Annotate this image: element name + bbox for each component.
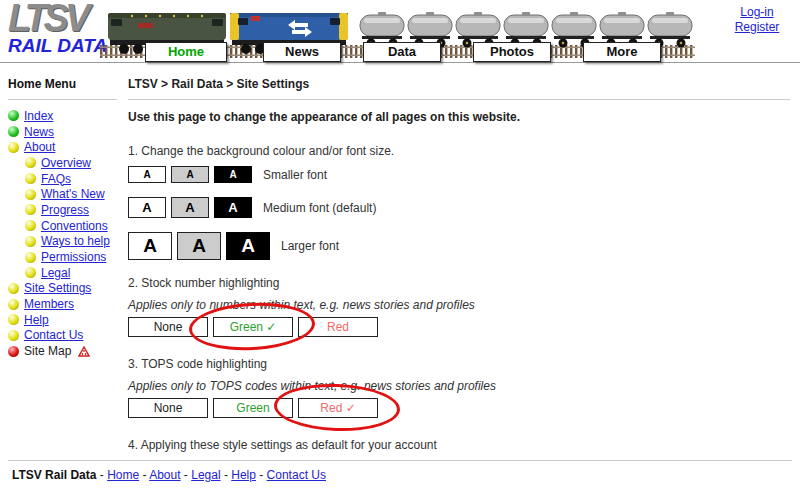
sidebar-item-conventions[interactable]: Conventions	[8, 218, 125, 234]
page-intro: Use this page to change the appearance o…	[128, 110, 790, 124]
sidebar-item-label[interactable]: About	[24, 140, 55, 154]
red-bullet-icon	[8, 346, 19, 357]
large-font-white-bg-button[interactable]: A	[128, 232, 172, 260]
yellow-bullet-icon	[8, 142, 19, 153]
small-font-label: Smaller font	[263, 168, 327, 182]
footer-link-contact-us[interactable]: Contact Us	[267, 468, 326, 482]
sidebar-title: Home Menu	[8, 71, 125, 93]
footer-separator: -	[96, 468, 107, 482]
font-size-row-small: A A A Smaller font	[128, 166, 790, 183]
tops-highlight-green-button[interactable]: Green	[213, 398, 293, 418]
sidebar-item-label[interactable]: Members	[24, 297, 74, 311]
stock-highlight-red-button[interactable]: Red	[298, 317, 378, 337]
section3-note: Applies only to TOPS codes within text, …	[128, 379, 790, 393]
sidebar: Home Menu Index News About Overview FAQs	[0, 63, 125, 359]
sidebar-item-faqs[interactable]: FAQs	[8, 171, 125, 187]
sidebar-item-label[interactable]: FAQs	[41, 172, 71, 186]
sidebar-item-whats-new[interactable]: What's New	[8, 186, 125, 202]
footer-link-about[interactable]: About	[149, 468, 180, 482]
sidebar-item-label[interactable]: Permissions	[41, 250, 106, 264]
sidebar-item-label[interactable]: Overview	[41, 156, 91, 170]
section1-heading: 1. Change the background colour and/or f…	[128, 144, 790, 158]
sidebar-item-ways-to-help[interactable]: Ways to help	[8, 234, 125, 250]
yellow-bullet-icon	[25, 236, 36, 247]
site-footer: LTSV Rail Data - Home - About - Legal - …	[0, 460, 800, 493]
tops-highlight-none-button[interactable]: None	[128, 398, 208, 418]
yellow-bullet-icon	[25, 252, 36, 263]
medium-font-black-bg-button[interactable]: A	[214, 197, 252, 218]
sidebar-item-help[interactable]: Help	[8, 312, 125, 328]
nav-tab-home[interactable]: Home	[145, 42, 227, 62]
site-logo[interactable]: LTSV RAIL DATA	[8, 0, 107, 56]
sidebar-item-permissions[interactable]: Permissions	[8, 249, 125, 265]
tops-highlight-options: None Green Red ✓	[128, 398, 378, 418]
site-header: LTSV RAIL DATA	[0, 0, 800, 63]
large-font-black-bg-button[interactable]: A	[226, 232, 270, 260]
sidebar-item-label[interactable]: Conventions	[41, 219, 108, 233]
yellow-bullet-icon	[8, 330, 19, 341]
section3-heading: 3. TOPS code highlighting	[128, 357, 790, 371]
footer-brand: LTSV Rail Data	[12, 468, 96, 482]
nav-tab-news[interactable]: News	[263, 42, 341, 62]
large-font-label: Larger font	[281, 239, 339, 253]
stock-highlight-options: None Green ✓ Red	[128, 317, 378, 337]
login-link[interactable]: Log-in	[724, 5, 790, 20]
stock-highlight-green-button[interactable]: Green ✓	[213, 317, 293, 337]
sidebar-item-label[interactable]: Site Settings	[24, 281, 91, 295]
section2-note: Applies only to numbers within text, e.g…	[128, 298, 790, 312]
footer-separator: -	[139, 468, 149, 482]
footer-link-home[interactable]: Home	[107, 468, 139, 482]
warning-triangle-icon	[78, 346, 90, 357]
nav-tab-data[interactable]: Data	[363, 42, 441, 62]
sidebar-item-members[interactable]: Members	[8, 296, 125, 312]
page-root: LTSV RAIL DATA	[0, 0, 800, 493]
footer-separator: -	[181, 468, 192, 482]
sidebar-item-label[interactable]: What's New	[41, 187, 105, 201]
auth-links: Log-in Register	[724, 5, 790, 35]
sidebar-item-label[interactable]: Progress	[41, 203, 89, 217]
medium-font-white-bg-button[interactable]: A	[128, 197, 166, 218]
content-divider	[128, 99, 790, 100]
stock-highlight-none-button[interactable]: None	[128, 317, 208, 337]
sidebar-item-label[interactable]: Legal	[41, 266, 70, 280]
sidebar-item-overview[interactable]: Overview	[8, 155, 125, 171]
yellow-bullet-icon	[25, 157, 36, 168]
footer-link-legal[interactable]: Legal	[191, 468, 220, 482]
breadcrumb: LTSV > Rail Data > Site Settings	[128, 77, 790, 91]
small-font-gray-bg-button[interactable]: A	[171, 166, 209, 183]
section2-heading: 2. Stock number highlighting	[128, 276, 790, 290]
sidebar-divider	[8, 99, 117, 100]
large-font-gray-bg-button[interactable]: A	[177, 232, 221, 260]
sidebar-item-news[interactable]: News	[8, 124, 125, 140]
footer-links: LTSV Rail Data - Home - About - Legal - …	[0, 468, 800, 482]
footer-link-help[interactable]: Help	[231, 468, 256, 482]
sidebar-item-label[interactable]: Help	[24, 313, 49, 327]
nav-tab-more[interactable]: More	[583, 42, 661, 62]
small-font-white-bg-button[interactable]: A	[128, 166, 166, 183]
font-size-row-medium: A A A Medium font (default)	[128, 197, 790, 218]
sidebar-item-label[interactable]: Contact Us	[24, 328, 83, 342]
green-bullet-icon	[8, 126, 19, 137]
yellow-bullet-icon	[25, 204, 36, 215]
footer-divider	[8, 460, 792, 461]
small-font-black-bg-button[interactable]: A	[214, 166, 252, 183]
medium-font-gray-bg-button[interactable]: A	[171, 197, 209, 218]
sidebar-item-contact-us[interactable]: Contact Us	[8, 328, 125, 344]
sidebar-item-label[interactable]: Index	[24, 109, 53, 123]
sidebar-item-label[interactable]: Ways to help	[41, 234, 110, 248]
main-content: LTSV > Rail Data > Site Settings Use thi…	[125, 63, 800, 492]
logo-rail-data-text: RAIL DATA	[8, 36, 107, 56]
tops-highlight-red-button[interactable]: Red ✓	[298, 398, 378, 418]
sidebar-item-index[interactable]: Index	[8, 108, 125, 124]
yellow-bullet-icon	[25, 173, 36, 184]
register-link[interactable]: Register	[724, 20, 790, 35]
sidebar-item-label: Site Map	[24, 344, 71, 358]
sidebar-item-label[interactable]: News	[24, 125, 54, 139]
footer-separator: -	[221, 468, 232, 482]
sidebar-item-site-settings[interactable]: Site Settings	[8, 281, 125, 297]
sidebar-item-about[interactable]: About	[8, 139, 125, 155]
sidebar-item-legal[interactable]: Legal	[8, 265, 125, 281]
nav-tab-photos[interactable]: Photos	[473, 42, 551, 62]
yellow-bullet-icon	[8, 299, 19, 310]
sidebar-item-progress[interactable]: Progress	[8, 202, 125, 218]
